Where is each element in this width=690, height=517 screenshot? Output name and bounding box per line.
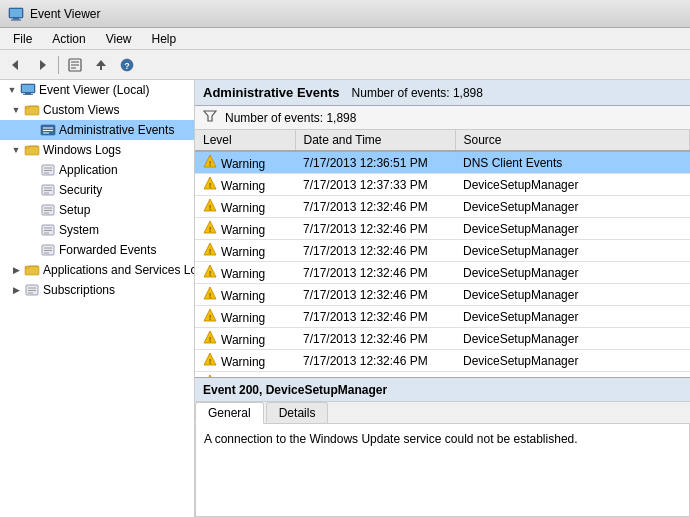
table-row[interactable]: ! Warning7/17/2013 12:32:46 PMDeviceSetu… — [195, 306, 690, 328]
svg-text:!: ! — [209, 269, 212, 278]
pane-header: Administrative Events Number of events: … — [195, 80, 690, 106]
tree-custom-views[interactable]: ▼ Custom Views — [0, 100, 194, 120]
toolbar-separator-1 — [58, 56, 59, 74]
tabs-bar: General Details — [195, 402, 690, 424]
table-row[interactable]: ! Warning7/17/2013 12:32:46 PMDeviceSetu… — [195, 284, 690, 306]
cell-datetime: 7/17/2013 12:36:51 PM — [295, 151, 455, 174]
menu-file[interactable]: File — [4, 29, 41, 49]
events-table: Level Date and Time Source ! Warning7/17… — [195, 130, 690, 377]
right-panel: Administrative Events Number of events: … — [195, 80, 690, 517]
tab-general[interactable]: General — [195, 402, 264, 424]
apps-services-expander[interactable]: ▶ — [8, 262, 24, 278]
forward-button[interactable] — [30, 54, 54, 76]
warning-icon: ! — [203, 264, 217, 278]
funnel-icon — [203, 109, 217, 123]
tree-admin-events[interactable]: Administrative Events — [0, 120, 194, 140]
col-source[interactable]: Source — [455, 130, 690, 151]
cell-level: ! Warning — [195, 306, 295, 328]
properties-icon — [67, 57, 83, 73]
cell-datetime: 7/17/2013 12:32:46 PM — [295, 218, 455, 240]
table-row[interactable]: ! Warning7/17/2013 12:32:46 PMDeviceSetu… — [195, 350, 690, 372]
bottom-pane: Event 200, DeviceSetupManager General De… — [195, 377, 690, 517]
main-layout: ▼ Event Viewer (Local) ▼ Custom View — [0, 80, 690, 517]
tree-setup[interactable]: Setup — [0, 200, 194, 220]
menu-view[interactable]: View — [97, 29, 141, 49]
title-bar-icon — [8, 6, 24, 22]
windows-logs-expander[interactable]: ▼ — [8, 142, 24, 158]
menu-help[interactable]: Help — [143, 29, 186, 49]
svg-text:!: ! — [209, 225, 212, 234]
subscriptions-label: Subscriptions — [43, 283, 115, 297]
help-button[interactable]: ? — [115, 54, 139, 76]
custom-views-expander[interactable]: ▼ — [8, 102, 24, 118]
svg-rect-17 — [23, 94, 33, 95]
cell-source: DeviceSetupManager — [455, 328, 690, 350]
svg-rect-3 — [11, 19, 21, 20]
svg-text:!: ! — [209, 313, 212, 322]
col-level[interactable]: Level — [195, 130, 295, 151]
security-icon — [40, 182, 56, 198]
tree-root[interactable]: ▼ Event Viewer (Local) — [0, 80, 194, 100]
security-expander — [24, 182, 40, 198]
warning-icon: ! — [203, 242, 217, 256]
cell-level: ! Warning — [195, 218, 295, 240]
menu-action[interactable]: Action — [43, 29, 94, 49]
cell-level: ! Warning — [195, 151, 295, 174]
svg-rect-11 — [100, 66, 102, 70]
svg-marker-4 — [12, 60, 18, 70]
computer-icon — [20, 82, 36, 98]
cell-level: ! Warning — [195, 350, 295, 372]
setup-icon — [40, 202, 56, 218]
svg-text:!: ! — [209, 357, 212, 366]
tree-panel[interactable]: ▼ Event Viewer (Local) ▼ Custom View — [0, 80, 195, 517]
admin-events-label: Administrative Events — [59, 123, 174, 137]
back-button[interactable] — [4, 54, 28, 76]
properties-button[interactable] — [63, 54, 87, 76]
svg-text:!: ! — [209, 247, 212, 256]
table-row[interactable]: ! Warning7/17/2013 12:32:46 PMDeviceSetu… — [195, 262, 690, 284]
tree-subscriptions[interactable]: ▶ Subscriptions — [0, 280, 194, 300]
security-label: Security — [59, 183, 102, 197]
warning-icon: ! — [203, 220, 217, 234]
table-row[interactable]: ! Warning7/17/2013 12:32:46 PMDeviceSetu… — [195, 328, 690, 350]
svg-text:!: ! — [209, 335, 212, 344]
table-row[interactable]: ! Warning7/17/2013 12:32:46 PMDeviceSetu… — [195, 196, 690, 218]
table-row[interactable]: ! Warning7/17/2013 12:37:33 PMDeviceSetu… — [195, 174, 690, 196]
up-button[interactable] — [89, 54, 113, 76]
cell-source: DeviceSetupManager — [455, 284, 690, 306]
cell-level: ! Warning — [195, 284, 295, 306]
warning-icon: ! — [203, 308, 217, 322]
cell-source: DNS Client Events — [455, 151, 690, 174]
table-row[interactable]: ! Warning7/17/2013 12:32:46 PMDeviceSetu… — [195, 240, 690, 262]
svg-rect-32 — [42, 205, 54, 215]
tree-security[interactable]: Security — [0, 180, 194, 200]
events-table-container[interactable]: Level Date and Time Source ! Warning7/17… — [195, 130, 690, 377]
custom-views-label: Custom Views — [43, 103, 119, 117]
svg-text:!: ! — [209, 291, 212, 300]
tree-forwarded[interactable]: Forwarded Events — [0, 240, 194, 260]
tree-application[interactable]: Application — [0, 160, 194, 180]
cell-level: ! Warning — [195, 262, 295, 284]
subscriptions-expander[interactable]: ▶ — [8, 282, 24, 298]
warning-icon: ! — [203, 330, 217, 344]
forward-icon — [34, 57, 50, 73]
forwarded-label: Forwarded Events — [59, 243, 156, 257]
system-icon — [40, 222, 56, 238]
cell-source: DeviceSetupManager — [455, 218, 690, 240]
tree-system[interactable]: System — [0, 220, 194, 240]
toolbar: ? — [0, 50, 690, 80]
root-expander[interactable]: ▼ — [4, 82, 20, 98]
table-row[interactable]: ! Warning7/17/2013 12:36:51 PMDNS Client… — [195, 151, 690, 174]
cell-datetime: 7/17/2013 12:32:46 PM — [295, 350, 455, 372]
svg-rect-36 — [42, 225, 54, 235]
svg-text:!: ! — [209, 159, 212, 168]
table-row[interactable]: ! Warning7/17/2013 12:32:46 PMDeviceSetu… — [195, 218, 690, 240]
tree-windows-logs[interactable]: ▼ Windows Logs — [0, 140, 194, 160]
tab-details[interactable]: Details — [266, 402, 329, 423]
apps-services-icon — [24, 262, 40, 278]
setup-label: Setup — [59, 203, 90, 217]
col-datetime[interactable]: Date and Time — [295, 130, 455, 151]
tree-apps-services[interactable]: ▶ Applications and Services Lo — [0, 260, 194, 280]
svg-rect-23 — [25, 146, 39, 155]
system-expander — [24, 222, 40, 238]
